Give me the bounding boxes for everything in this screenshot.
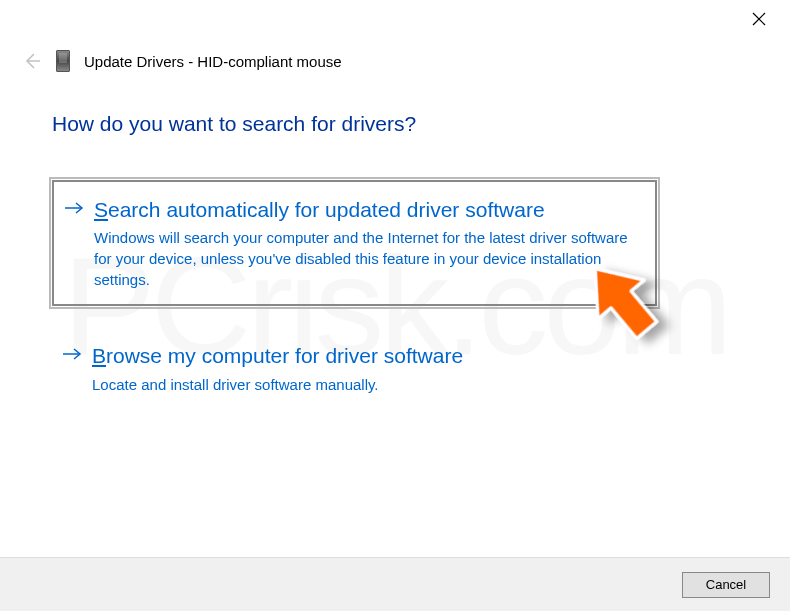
option-content: Browse my computer for driver software L…: [92, 342, 639, 394]
cancel-button[interactable]: Cancel: [682, 572, 770, 598]
dialog-footer: Cancel: [0, 557, 790, 611]
option-description: Locate and install driver software manua…: [92, 374, 639, 395]
option-browse[interactable]: Browse my computer for driver software L…: [52, 328, 657, 408]
option-title: Search automatically for updated driver …: [94, 196, 637, 223]
dialog-header: Update Drivers - HID-compliant mouse: [20, 50, 342, 72]
close-icon: [752, 12, 766, 26]
option-description: Windows will search your computer and th…: [94, 227, 637, 290]
dialog-title: Update Drivers - HID-compliant mouse: [84, 53, 342, 70]
arrow-right-icon: [64, 200, 84, 216]
arrow-right-icon: [62, 346, 82, 362]
option-content: Search automatically for updated driver …: [94, 196, 637, 290]
back-arrow-icon: [20, 50, 42, 72]
device-icon: [56, 50, 70, 72]
option-search-auto[interactable]: Search automatically for updated driver …: [52, 180, 657, 306]
back-button: [20, 50, 42, 72]
main-question: How do you want to search for drivers?: [52, 112, 416, 136]
close-button[interactable]: [752, 12, 772, 32]
option-title: Browse my computer for driver software: [92, 342, 639, 369]
options-list: Search automatically for updated driver …: [52, 180, 657, 431]
